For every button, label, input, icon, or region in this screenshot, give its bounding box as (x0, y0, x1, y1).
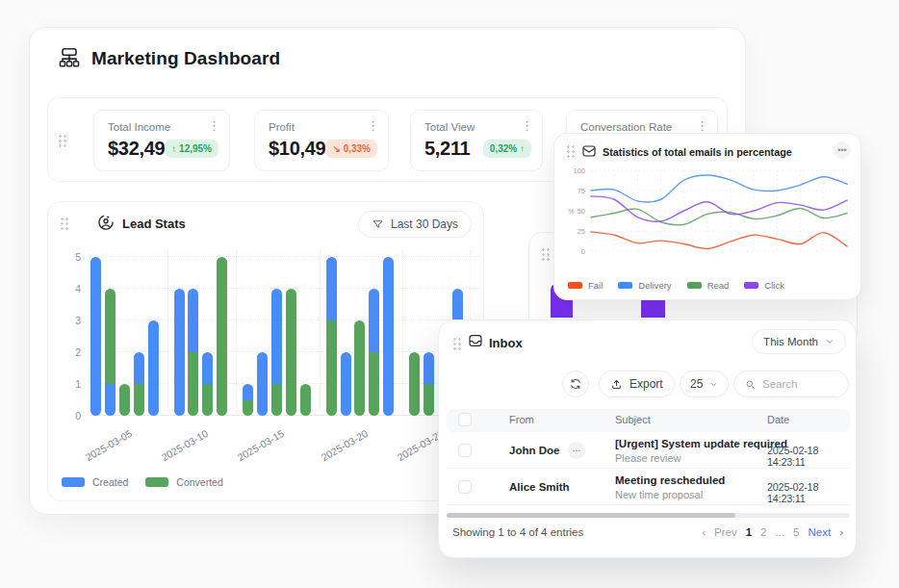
date-filter-button[interactable]: Last 30 Days (358, 211, 472, 238)
lead-chart-legend: CreatedConverted (62, 476, 223, 488)
stacked-bar[interactable] (148, 320, 159, 416)
bar-segment-created (326, 257, 337, 320)
stacked-bar[interactable] (424, 352, 434, 416)
kpi-label: Conversation Rate (580, 121, 672, 133)
bar-segment-converted (424, 384, 434, 416)
search-input[interactable] (762, 378, 837, 390)
kebab-menu-icon[interactable]: ⋮ (367, 119, 379, 132)
pagination-item[interactable]: ... (776, 526, 785, 538)
y-axis-tick: 2 (56, 346, 81, 358)
stacked-bar[interactable] (257, 352, 268, 416)
kebab-menu-icon[interactable]: ⋮ (521, 119, 533, 132)
stacked-bar[interactable] (134, 352, 144, 416)
trend-badge: ↑ 12,95% (165, 140, 218, 158)
bar-segment-converted (119, 384, 130, 416)
stacked-bar[interactable] (243, 384, 253, 416)
stacked-bar[interactable] (217, 257, 227, 416)
legend-label: Click (764, 280, 784, 291)
bar-segment-created (369, 289, 379, 352)
pagination-item[interactable]: Next (809, 526, 832, 538)
drag-handle-icon[interactable] (541, 247, 551, 261)
ellipsis-menu-button[interactable]: ••• (834, 141, 851, 159)
bar-segment-converted (286, 289, 296, 416)
drag-handle-icon[interactable] (566, 144, 576, 158)
row-date: 2025-02-18 14:23:11 (767, 445, 850, 468)
stacked-bar[interactable] (271, 289, 282, 416)
bar-segment-converted (202, 384, 213, 416)
row-from: Alice Smith (509, 481, 570, 493)
inbox-title: Inbox (489, 336, 523, 350)
pagination-item[interactable]: ‹ (702, 526, 706, 538)
kebab-menu-icon[interactable]: ⋮ (696, 119, 708, 132)
pagination-item[interactable]: › (839, 526, 843, 538)
x-axis-tick: 2025-03-10 (142, 427, 210, 473)
row-preview: Please review (615, 452, 681, 464)
stacked-bar[interactable] (174, 289, 185, 416)
legend-swatch (568, 282, 582, 289)
select-all-checkbox[interactable] (458, 413, 472, 426)
refresh-icon (569, 377, 582, 391)
legend-label: Read (707, 280, 730, 291)
bar-segment-converted (243, 400, 253, 417)
legend-label: Created (92, 476, 128, 488)
table-row[interactable]: John Doe⋯[Urgent] System update required… (447, 432, 850, 469)
bar-segment-created (271, 289, 282, 384)
gridline (236, 250, 237, 416)
lead-stats-title: Lead Stats (122, 217, 186, 231)
pagination-item[interactable]: 5 (793, 526, 799, 538)
stacked-bar[interactable] (383, 257, 394, 416)
chevron-down-icon (825, 337, 835, 346)
stacked-bar[interactable] (119, 384, 130, 416)
email-stats-card: Statistics of total emails in percentage… (553, 133, 861, 300)
drag-handle-icon[interactable] (452, 337, 462, 350)
lead-stats-card: Lead Stats Last 30 Days 012345 2025-03-0… (47, 201, 484, 501)
lead-chart-y-axis: 012345 (56, 250, 81, 416)
stacked-bar[interactable] (341, 352, 351, 416)
drag-handle-icon[interactable] (58, 134, 67, 147)
stacked-bar[interactable] (202, 352, 213, 416)
bar-segment-created (424, 352, 434, 384)
kpi-card-profit: Profit ⋮ $10,499 ↘ 0,33% (254, 110, 389, 171)
stacked-bar[interactable] (300, 384, 311, 416)
pagination-item[interactable]: Prev (714, 526, 737, 538)
drag-handle-icon[interactable] (60, 217, 69, 230)
row-from: John Doe (509, 445, 559, 456)
period-dropdown[interactable]: This Month (752, 329, 846, 354)
row-preview: New time proposal (615, 489, 703, 500)
search-icon (745, 378, 756, 391)
table-header: From Subject Date (447, 409, 850, 432)
search-box[interactable] (733, 371, 849, 397)
stacked-bar[interactable] (369, 289, 379, 416)
bar-segment-created (243, 384, 253, 400)
horizontal-scrollbar[interactable] (447, 513, 850, 518)
refresh-button[interactable] (562, 371, 589, 397)
stacked-bar[interactable] (188, 289, 198, 416)
stacked-bar[interactable] (286, 289, 296, 416)
bar-segment-converted (326, 320, 337, 416)
bar-segment-converted (300, 384, 311, 416)
bar-segment-converted (217, 257, 227, 416)
table-row[interactable]: Alice SmithMeeting rescheduledNew time p… (447, 469, 850, 505)
stacked-bar[interactable] (326, 257, 337, 416)
pagination-item[interactable]: 1 (746, 526, 752, 538)
email-stats-line-chart: 0255075100% (560, 163, 857, 267)
page-size-value: 25 (690, 377, 703, 391)
stacked-bar[interactable] (105, 289, 116, 416)
scrollbar-thumb[interactable] (447, 513, 735, 518)
period-label: This Month (763, 336, 818, 347)
stacked-bar[interactable] (354, 320, 365, 416)
gridline (320, 250, 321, 416)
pagination-item[interactable]: 2 (760, 526, 766, 538)
page-size-dropdown[interactable]: 25 (680, 371, 729, 397)
stacked-bar[interactable] (90, 257, 101, 416)
row-checkbox[interactable] (458, 444, 472, 457)
bar-segment-converted (409, 352, 420, 416)
kebab-menu-icon[interactable]: ⋮ (208, 119, 220, 132)
bar-segment-converted (134, 384, 144, 416)
export-button[interactable]: Export (599, 371, 675, 397)
stacked-bar[interactable] (409, 352, 420, 416)
lead-chart-plot: 2025-03-052025-03-102025-03-152025-03-20… (90, 250, 481, 416)
bar-segment-created (257, 352, 268, 416)
row-actions-button[interactable]: ⋯ (568, 442, 585, 459)
row-checkbox[interactable] (458, 480, 472, 494)
